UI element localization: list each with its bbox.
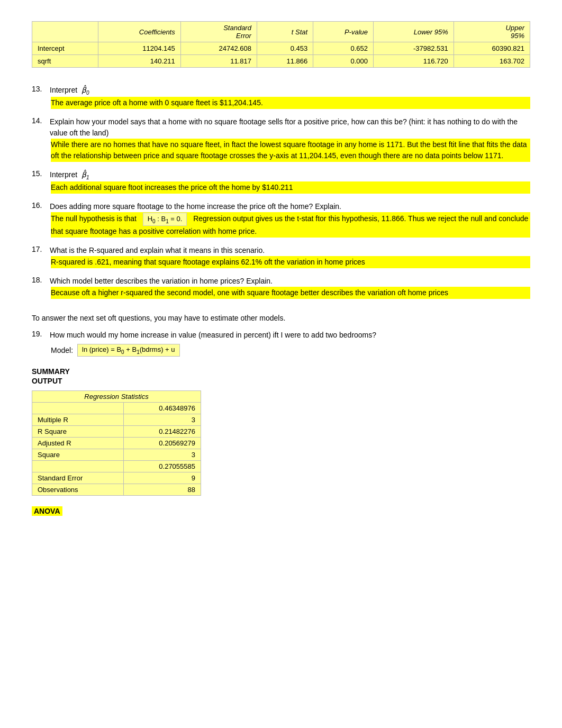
qa-text-16: Does adding more square ftootage to the … bbox=[50, 201, 341, 212]
beta0-symbol: β̂0 bbox=[81, 86, 89, 94]
qa-item-19: 19. How much would my home increase in v… bbox=[32, 330, 530, 357]
qa-text-18: Which model better describes the variati… bbox=[50, 276, 273, 287]
qa-item-17: 17. What is the R-squared and explain wh… bbox=[32, 245, 530, 268]
qa-section: 13. Interpret β̂0 The average price oft … bbox=[32, 85, 530, 299]
qa-question-18: 18. Which model better describes the var… bbox=[32, 276, 530, 287]
intercept-pvalue: 0.652 bbox=[313, 42, 374, 55]
qa-number-15: 15. bbox=[32, 169, 47, 178]
qa-text-17: What is the R-squared and explain what i… bbox=[50, 245, 265, 256]
row-label-intercept: Intercept bbox=[32, 42, 98, 55]
next-set-text: To answer the next set oft questions, yo… bbox=[32, 314, 530, 322]
summary-value-multiple-r-num: 0.46348976 bbox=[123, 402, 201, 414]
table-row-intercept: Intercept 11204.145 24742.608 0.453 0.65… bbox=[32, 42, 530, 55]
qa-text-15: Interpret β̂1 bbox=[50, 169, 89, 181]
summary-row-multiple-r-value: 0.46348976 bbox=[32, 402, 201, 414]
summary-value-observations: 88 bbox=[123, 484, 201, 495]
table-row-sqrft: sqrft 140.211 11.817 11.866 0.000 116.72… bbox=[32, 55, 530, 68]
top-regression-table: Coefficients StandardError t Stat P-valu… bbox=[32, 21, 530, 68]
intercept-upper95: 60390.821 bbox=[454, 42, 530, 55]
col-header-lower-95: Lower 95% bbox=[374, 22, 454, 42]
anova-label: ANOVA bbox=[32, 506, 62, 516]
intercept-lower95: -37982.531 bbox=[374, 42, 454, 55]
qa-item-18: 18. Which model better describes the var… bbox=[32, 276, 530, 299]
summary-value-square: 3 bbox=[123, 449, 201, 460]
summary-value-r-square: 0.21482276 bbox=[123, 425, 201, 437]
summary-row-std-error: Standard Error 9 bbox=[32, 472, 201, 484]
qa-answer-14: While there are no homes that have no sq… bbox=[51, 139, 530, 162]
summary-value-multiple-r: 3 bbox=[123, 414, 201, 425]
summary-value-std-error: 9 bbox=[123, 472, 201, 484]
model-label: Model: bbox=[51, 346, 73, 354]
qa-answer-18: Because oft a higher r-squared the secon… bbox=[51, 287, 530, 299]
sqrft-pvalue: 0.000 bbox=[313, 55, 374, 68]
intercept-coeff: 11204.145 bbox=[98, 42, 181, 55]
qa-number-13: 13. bbox=[32, 85, 47, 93]
summary-row-r-square: R Square 0.21482276 bbox=[32, 425, 201, 437]
summary-label-observations: Observations bbox=[32, 484, 124, 495]
intercept-tstat: 0.453 bbox=[257, 42, 313, 55]
qa-item-13: 13. Interpret β̂0 The average price oft … bbox=[32, 85, 530, 109]
qa-question-13: 13. Interpret β̂0 bbox=[32, 85, 530, 97]
summary-row-observations: Observations 88 bbox=[32, 484, 201, 495]
col-header-t-stat: t Stat bbox=[257, 22, 313, 42]
null-hypothesis-formula: H0 : B1 = 0. bbox=[143, 213, 187, 226]
summary-label-empty1 bbox=[32, 402, 124, 414]
qa-question-19: 19. How much would my home increase in v… bbox=[32, 330, 530, 341]
model-formula: ln (price) = B0 + B1(bdrms) + u bbox=[77, 344, 180, 357]
qa-number-17: 17. bbox=[32, 245, 47, 253]
qa-item-14: 14. Explain how your model says that a h… bbox=[32, 116, 530, 162]
sqrft-lower95: 116.720 bbox=[374, 55, 454, 68]
qa-text-14: Explain how your model says that a home … bbox=[50, 116, 530, 139]
qa-number-14: 14. bbox=[32, 116, 47, 125]
summary-label-r-square: R Square bbox=[32, 425, 124, 437]
qa-number-19: 19. bbox=[32, 330, 47, 338]
summary-table: Regression Statistics 0.46348976 Multipl… bbox=[32, 390, 201, 496]
qa-answer-15: Each additional square ftoot increases t… bbox=[51, 181, 530, 194]
qa-item-15: 15. Interpret β̂1 Each additional square… bbox=[32, 169, 530, 194]
sqrft-upper95: 163.702 bbox=[454, 55, 530, 68]
summary-value-adjusted-r: 0.20569279 bbox=[123, 437, 201, 449]
qa-number-16: 16. bbox=[32, 201, 47, 210]
qa-question-14: 14. Explain how your model says that a h… bbox=[32, 116, 530, 139]
qa-number-18: 18. bbox=[32, 276, 47, 284]
qa-question-17: 17. What is the R-squared and explain wh… bbox=[32, 245, 530, 256]
qa-answer-17: R-squared is .621, meaning that square f… bbox=[51, 256, 530, 268]
summary-label-empty2 bbox=[32, 460, 124, 472]
summary-row-square: Square 3 bbox=[32, 449, 201, 460]
output-label: OUTPUT bbox=[32, 377, 530, 385]
model-line-19: Model: ln (price) = B0 + B1(bdrms) + u bbox=[51, 344, 530, 357]
qa-question-15: 15. Interpret β̂1 bbox=[32, 169, 530, 181]
summary-row-multiple-r: Multiple R 3 bbox=[32, 414, 201, 425]
summary-label-multiple-r: Multiple R bbox=[32, 414, 124, 425]
summary-section: SUMMARY OUTPUT Regression Statistics 0.4… bbox=[32, 367, 530, 516]
beta1-symbol: β̂1 bbox=[81, 170, 89, 179]
summary-row-adjusted-r: Adjusted R 0.20569279 bbox=[32, 437, 201, 449]
summary-label: SUMMARY bbox=[32, 367, 530, 376]
col-header-std-error: StandardError bbox=[180, 22, 257, 42]
qa-answer-16: The null hypothesis is that H0 : B1 = 0.… bbox=[51, 212, 530, 238]
col-header-upper-95: Upper95% bbox=[454, 22, 530, 42]
qa-text-19: How much would my home increase in value… bbox=[50, 330, 376, 341]
regression-statistics-header: Regression Statistics bbox=[32, 390, 201, 402]
sqrft-stderr: 11.817 bbox=[180, 55, 257, 68]
sqrft-coeff: 140.211 bbox=[98, 55, 181, 68]
qa-question-16: 16. Does adding more square ftootage to … bbox=[32, 201, 530, 212]
row-label-sqrft: sqrft bbox=[32, 55, 98, 68]
summary-value-std-err-num: 0.27055585 bbox=[123, 460, 201, 472]
sqrft-tstat: 11.866 bbox=[257, 55, 313, 68]
col-header-empty bbox=[32, 22, 98, 42]
summary-label-square: Square bbox=[32, 449, 124, 460]
summary-row-std-err-val: 0.27055585 bbox=[32, 460, 201, 472]
qa-item-16: 16. Does adding more square ftootage to … bbox=[32, 201, 530, 238]
intercept-stderr: 24742.608 bbox=[180, 42, 257, 55]
qa-answer-13: The average price oft a home with 0 squa… bbox=[51, 97, 530, 109]
qa-text-13: Interpret β̂0 bbox=[50, 85, 89, 97]
summary-label-adjusted-r: Adjusted R bbox=[32, 437, 124, 449]
summary-label-std-error: Standard Error bbox=[32, 472, 124, 484]
col-header-p-value: P-value bbox=[313, 22, 374, 42]
col-header-coefficients: Coefficients bbox=[98, 22, 181, 42]
